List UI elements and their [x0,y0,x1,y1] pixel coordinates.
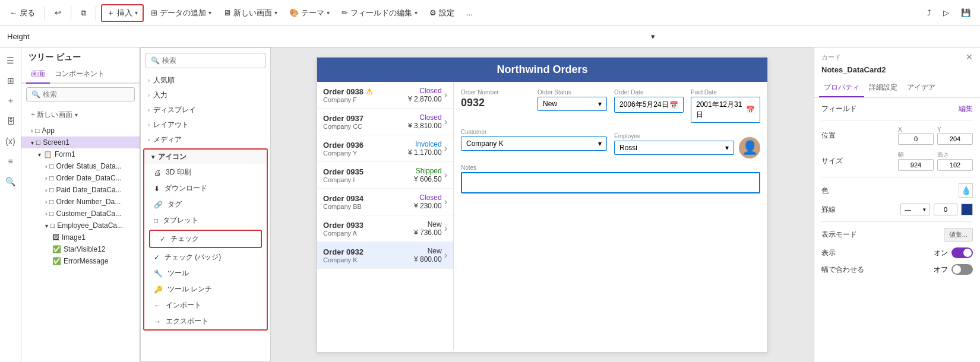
search-icon2: 🔍 [151,56,160,65]
new-screen-tree-button[interactable]: + 新しい画面 ▾ [26,107,135,122]
plus-sidebar-icon[interactable]: ＋ [2,93,19,109]
check-icon2: ✅ [52,257,61,265]
field-icon: ✏ [342,8,348,17]
tab-properties[interactable]: プロパティ [819,79,864,97]
customer-dropdown[interactable]: Company K ▾ [461,136,607,151]
app-header: Northwind Orders [317,58,767,82]
field-edit-link[interactable]: 編集 [959,104,973,114]
insert-item-3dprint[interactable]: 🖨 3D 印刷 [144,164,267,180]
tree-item-starvisible[interactable]: ✅ StarVisible12 [21,243,140,255]
order-item-0937[interactable]: Order 0937 Company CC Closed ¥ 3,810.00 … [317,109,453,135]
menu-icon[interactable]: ☰ [2,52,19,69]
variable-icon[interactable]: (x) [2,133,19,150]
more-button[interactable]: ... [461,6,478,20]
tab-screen[interactable]: 画面 [26,65,50,84]
height-dropdown-icon[interactable]: ▾ [651,32,973,41]
field-edit-label: フィールドの編集 [350,8,412,18]
tree-panel: ツリー ビュー 画面 コンポーネント 🔍 + 新しい画面 ▾ › □ App [21,47,140,362]
tree-item-form1[interactable]: ▾ 📋 Form1 [21,148,140,160]
tab-ideas[interactable]: アイデア [902,79,940,97]
insert-group-input[interactable]: › 入力 [141,88,270,103]
main-area: ☰ ⊞ ＋ 🗄 (x) ≡ 🔍 ツリー ビュー 画面 コンポーネント 🔍 + 新… [0,47,980,362]
border-color-swatch[interactable] [961,204,973,215]
tab-advanced[interactable]: 詳細設定 [864,79,902,97]
order-item-0933[interactable]: Order 0933 Company A New ¥ 736.00 › [317,215,453,242]
rule-icon[interactable]: ≡ [2,153,19,170]
order-item-0934[interactable]: Order 0934 Company BB Closed ¥ 230.00 › [317,189,453,215]
visible-toggle[interactable] [951,247,973,258]
tree-item-image1[interactable]: 🖼 Image1 [21,231,140,243]
tree-search-input[interactable] [43,90,129,99]
form-icon: 📋 [43,150,52,158]
chevron-down-icon10: ▾ [151,154,154,160]
tree-item-errormessage[interactable]: ✅ ErrorMessage [21,255,140,267]
pos-x-input[interactable] [898,133,934,145]
insert-item-import[interactable]: ← インポート [144,297,267,313]
insert-search-box[interactable]: 🔍 [146,53,265,68]
size-w-input[interactable] [898,159,934,171]
publish-button[interactable]: 💾 [956,6,975,20]
border-style-select[interactable]: — ▾ [900,204,930,215]
tree-tabs: 画面 コンポーネント [21,65,140,84]
undo-button[interactable]: ↩ [50,6,66,20]
chevron-right-icon8: › [148,92,150,99]
order-status-dropdown[interactable]: New ▾ [538,97,607,111]
new-screen-button[interactable]: 🖥 新しい画面 ▾ [219,5,282,21]
data-sidebar-icon[interactable]: 🗄 [2,113,19,129]
insert-item-download[interactable]: ⬇ ダウンロード [144,180,267,196]
order-date-input[interactable]: 2006年5月24日 📅 [614,97,684,113]
preview-button[interactable]: ▷ [938,6,954,20]
tab-component[interactable]: コンポーネント [50,65,109,82]
paid-date-input[interactable]: 2001年12月31日 📅 [691,97,760,123]
share-button[interactable]: ⤴ [922,6,936,20]
order-item-0936[interactable]: Order 0936 Company Y Invoiced ¥ 1,170.00… [317,135,453,162]
settings-button[interactable]: ⚙ 設定 [425,5,459,21]
insert-group-media[interactable]: › メディア [141,132,270,147]
insert-group-display[interactable]: › ディスプレイ [141,103,270,118]
insert-item-check-badge[interactable]: ✓ チェック (バッジ) [144,249,267,265]
tree-item-paid-date[interactable]: › □ Paid Date_DataCa... [21,184,140,196]
field-edit-button[interactable]: ✏ フィールドの編集 ▾ [337,5,422,21]
tree-item-app[interactable]: › □ App [21,125,140,136]
insert-item-wrench[interactable]: 🔑 ツール レンチ [144,281,267,297]
search-sidebar-icon[interactable]: 🔍 [2,173,19,190]
tree-item-order-status[interactable]: › □ Order Status_Data... [21,160,140,172]
tree-item-screen1[interactable]: ▾ □ Screen1 [21,136,140,148]
tree-item-order-date[interactable]: › □ Order Date_DataC... [21,172,140,184]
color-picker-button[interactable]: 💧 [959,183,973,198]
fit-width-toggle[interactable] [951,264,973,275]
notes-input[interactable] [461,172,760,193]
copy-button[interactable]: ⧉ [76,6,91,20]
back-button[interactable]: ← 戻る [5,5,40,21]
app-content: Order 0938 ⚠ Company F Closed ¥ 2,870.00… [317,82,767,350]
insert-item-tag[interactable]: 🔗 タグ [144,196,267,212]
insert-group-popular[interactable]: › 人気順 [141,73,270,88]
employee-dropdown[interactable]: Rossi ▾ [614,141,734,155]
chevron-right-icon6: › [45,211,47,217]
insert-button[interactable]: ＋ 挿入 ▾ [101,4,144,22]
insert-search-input[interactable] [162,56,260,65]
order-item-0935[interactable]: Order 0935 Company I Shipped ¥ 606.50 › [317,162,453,189]
data-add-button[interactable]: ⊞ データの追加 ▾ [146,5,216,21]
notes-field: Notes [461,164,760,193]
size-h-input[interactable] [937,159,973,171]
insert-group-layout[interactable]: › レイアウト [141,118,270,132]
order-item-0932[interactable]: Order 0932 Company K New ¥ 800.00 › [317,242,453,269]
tree-item-customer[interactable]: › □ Customer_DataCa... [21,208,140,220]
insert-item-tools[interactable]: 🔧 ツール [144,265,267,281]
insert-group-icons[interactable]: ▾ アイコン [144,150,267,164]
tree-search-box[interactable]: 🔍 [26,87,135,101]
tree-item-order-number[interactable]: › □ Order Number_Da... [21,196,140,208]
insert-item-check[interactable]: ✓ チェック [149,230,262,248]
order-item-0938[interactable]: Order 0938 ⚠ Company F Closed ¥ 2,870.00… [317,82,453,109]
insert-item-export[interactable]: → エクスポート [144,313,267,329]
close-icon[interactable]: ✕ [966,52,973,62]
tree-item-employee[interactable]: ▾ □ Employee_DataCa... [21,220,140,231]
tree-header: ツリー ビュー [21,47,140,65]
props-body: フィールド 編集 位置 X Y [814,98,980,362]
border-width-input[interactable] [934,204,957,215]
theme-button[interactable]: 🎨 テーマ ▾ [284,5,334,21]
pos-y-input[interactable] [937,133,973,145]
insert-item-tablet[interactable]: □ タブレット [144,212,267,228]
layers-icon[interactable]: ⊞ [2,72,19,89]
